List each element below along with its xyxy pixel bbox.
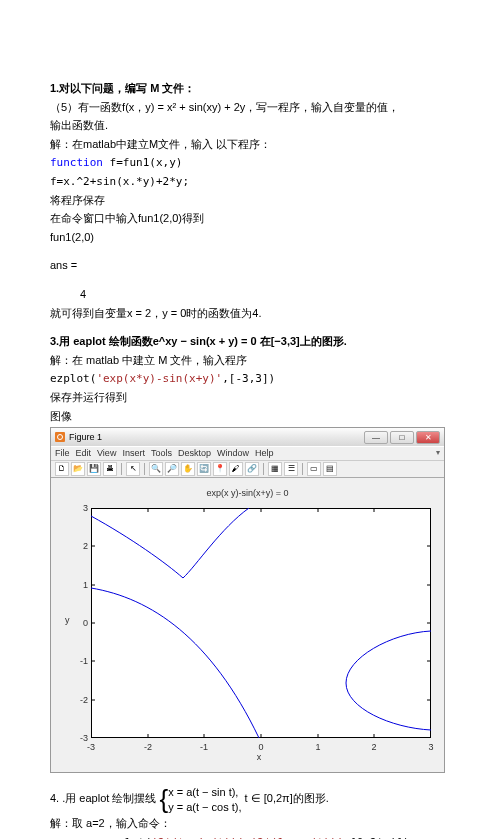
zoom-out-icon[interactable]: 🔎 <box>165 462 179 476</box>
y-axis-label: y <box>65 613 70 627</box>
parametric-equations: { x = a(t − sin t), y = a(t − cos t), <box>159 785 241 814</box>
x-tick: 2 <box>371 740 376 754</box>
q1-problem: （5）有一函数f(x，y) = x² + sin(xy) + 2y，写一程序，输… <box>50 99 453 117</box>
q1-ans-label: ans = <box>50 257 453 275</box>
show-plot-tools-icon[interactable]: ▤ <box>323 462 337 476</box>
maximize-button[interactable]: □ <box>390 431 414 444</box>
curve-branch-lower-left <box>91 588 259 738</box>
figure-menubar: File Edit View Insert Tools Desktop Wind… <box>51 446 444 460</box>
code-sig: f=fun1(x,y) <box>103 156 182 169</box>
q1-ans-val: 4 <box>50 286 453 304</box>
curve-branch-upper-left <box>91 508 249 578</box>
ezplot-fn: ezplot <box>50 372 90 385</box>
menu-edit[interactable]: Edit <box>76 446 92 460</box>
close-button[interactable]: ✕ <box>416 431 440 444</box>
window-controls: — □ ✕ <box>364 431 440 444</box>
y-tick: -2 <box>73 693 88 707</box>
q1-sol-intro: 解：在matlab中建立M文件，输入 以下程序： <box>50 136 453 154</box>
q1-problem2: 输出函数值. <box>50 117 453 135</box>
q3-img-label: 图像 <box>50 408 453 426</box>
y-tick: 1 <box>73 578 88 592</box>
chart-curve-svg <box>91 508 431 738</box>
menu-tools[interactable]: Tools <box>151 446 172 460</box>
zoom-in-icon[interactable]: 🔍 <box>149 462 163 476</box>
open-icon[interactable]: 📂 <box>71 462 85 476</box>
menu-file[interactable]: File <box>55 446 70 460</box>
string-arg: 'exp(x*y)-sin(x+y)' <box>96 372 222 385</box>
q3-run: 保存并运行得到 <box>50 389 453 407</box>
matlab-figure-icon <box>55 432 65 442</box>
figure-titlebar: Figure 1 — □ ✕ <box>51 428 444 446</box>
pointer-icon[interactable]: ↖ <box>126 462 140 476</box>
y-tick: 3 <box>73 501 88 515</box>
figure-window: Figure 1 — □ ✕ File Edit View Insert Too… <box>50 427 445 773</box>
new-figure-icon[interactable]: 🗋 <box>55 462 69 476</box>
toolbar-separator <box>144 463 145 475</box>
x-tick: -1 <box>200 740 208 754</box>
q4-heading-a: 4. .用 eaplot 绘制摆线 <box>50 793 156 805</box>
toolbar-separator <box>302 463 303 475</box>
q1-conclusion: 就可得到自变量x = 2，y = 0时的函数值为4. <box>50 305 453 323</box>
legend-icon[interactable]: ☰ <box>284 462 298 476</box>
q4-heading: 4. .用 eaplot 绘制摆线 { x = a(t − sin t), y … <box>50 785 453 814</box>
left-brace: { <box>159 789 168 810</box>
save-icon[interactable]: 💾 <box>87 462 101 476</box>
q4-code: ezplot('2*(t-sin(t))','2*(1-cos(t))',[0,… <box>50 834 453 839</box>
y-tick: 0 <box>73 616 88 630</box>
y-tick: 2 <box>73 539 88 553</box>
q1-call: fun1(2,0) <box>50 229 453 247</box>
plot-area: exp(x y)-sin(x+y) = 0 3 2 1 0 -1 -2 -3 -… <box>51 478 444 772</box>
link-icon[interactable]: 🔗 <box>245 462 259 476</box>
x-tick: -3 <box>87 740 95 754</box>
pan-icon[interactable]: ✋ <box>181 462 195 476</box>
y-tick: -3 <box>73 731 88 745</box>
x-axis-label: x <box>257 750 262 764</box>
q3-heading: 3.用 eaplot 绘制函数e^xy − sin(x + y) = 0 在[−… <box>50 333 453 351</box>
colorbar-icon[interactable]: ▦ <box>268 462 282 476</box>
menu-window[interactable]: Window <box>217 446 249 460</box>
q4-heading-b: t ∈ [0,2π]的图形. <box>245 793 329 805</box>
q3-sol-intro: 解：在 matlab 中建立 M 文件，输入程序 <box>50 352 453 370</box>
menu-desktop[interactable]: Desktop <box>178 446 211 460</box>
print-icon[interactable]: 🖶 <box>103 462 117 476</box>
q1-heading: 1.对以下问题，编写 M 文件： <box>50 80 453 98</box>
y-tick: -1 <box>73 654 88 668</box>
hide-plot-tools-icon[interactable]: ▭ <box>307 462 321 476</box>
toolbar-separator <box>121 463 122 475</box>
datacursor-icon[interactable]: 📍 <box>213 462 227 476</box>
x-tick: 1 <box>315 740 320 754</box>
menu-help[interactable]: Help <box>255 446 274 460</box>
q4-sol: 解：取 a=2，输入命令： <box>50 815 453 833</box>
curve-branch-right <box>346 631 431 730</box>
q1-run: 在命令窗口中输入fun1(2,0)得到 <box>50 210 453 228</box>
q1-code-line1: function f=fun1(x,y) <box>50 154 453 172</box>
toolbar-separator <box>263 463 264 475</box>
rotate-icon[interactable]: 🔄 <box>197 462 211 476</box>
figure-toolbar: 🗋 📂 💾 🖶 ↖ 🔍 🔎 ✋ 🔄 📍 🖌 🔗 ▦ ☰ ▭ ▤ <box>51 460 444 478</box>
keyword-function: function <box>50 156 103 169</box>
figure-title: Figure 1 <box>69 430 102 444</box>
menu-view[interactable]: View <box>97 446 116 460</box>
rest-args: ,[-3,3]) <box>222 372 275 385</box>
chart-title: exp(x y)-sin(x+y) = 0 <box>59 486 436 500</box>
chart-container: 3 2 1 0 -1 -2 -3 -3 -2 -1 0 1 2 3 y x <box>59 502 434 764</box>
eq-y: y = a(t − cos t), <box>168 800 241 814</box>
q1-code-line2: f=x.^2+sin(x.*y)+2*y; <box>50 173 453 191</box>
menu-extra-icon[interactable]: ▾ <box>436 447 440 460</box>
brush-icon[interactable]: 🖌 <box>229 462 243 476</box>
menu-insert[interactable]: Insert <box>122 446 145 460</box>
eq-x: x = a(t − sin t), <box>168 785 241 799</box>
q1-save: 将程序保存 <box>50 192 453 210</box>
minimize-button[interactable]: — <box>364 431 388 444</box>
x-tick: -2 <box>144 740 152 754</box>
q3-code: ezplot('exp(x*y)-sin(x+y)',[-3,3]) <box>50 370 453 388</box>
x-tick: 3 <box>428 740 433 754</box>
